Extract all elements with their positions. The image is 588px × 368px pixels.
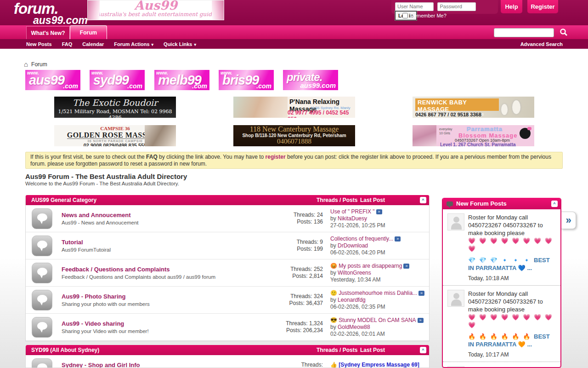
nav-new-posts[interactable]: New Posts (26, 41, 52, 47)
remember-me-checkbox[interactable] (402, 13, 408, 18)
forum-description: Sharing your photo with our members (62, 301, 276, 307)
last-post-title-link[interactable]: Stunny MODEL On CAM SANA (339, 317, 416, 323)
logo-name: bris99 (222, 73, 259, 88)
new-forum-posts-widget: New Forum Posts ^ Roster for Monday call… (442, 198, 561, 368)
breadcrumb-forum[interactable]: Forum (31, 61, 47, 68)
ad-exotic-boudoir[interactable]: The Exotic Boudoir 1/521 Military Road, … (54, 97, 176, 118)
goto-last-post-icon[interactable] (418, 291, 424, 296)
column-threads-posts: Threads / Posts (317, 197, 360, 203)
remember-me[interactable]: Remember Me? (402, 13, 447, 18)
ad-title: The Exotic Boudoir (54, 97, 176, 109)
threads-count: Threads: 9 (276, 239, 323, 246)
register-link[interactable]: register (266, 154, 286, 160)
last-post-title-link[interactable]: Use of " PREFIX " (330, 208, 375, 215)
ad-golden-rose-massage[interactable]: CAMPSIE 36 GOLDEN ROSE MASSAGE 36 NORTH … (54, 125, 176, 146)
ad-118-canterbury-massage[interactable]: 118 New Canterbury Massage Shop B/118-12… (233, 125, 355, 146)
faq-link[interactable]: FAQ (146, 154, 158, 160)
avatar[interactable] (447, 366, 464, 368)
threads-count: Threads: 252 (276, 266, 323, 273)
last-post-date: 02-02-2026, 02:01 AM (330, 331, 426, 338)
collapse-category-button[interactable]: ^ (420, 347, 426, 353)
nav-forum-actions-menu[interactable]: Forum Actions (114, 41, 153, 47)
last-post-user-link[interactable]: WiltonGreens (338, 270, 371, 276)
nav-quick-links-menu[interactable]: Quick Links (164, 41, 196, 47)
username-input[interactable] (395, 2, 434, 11)
forum-title-link[interactable]: Sydney - Shop and Girl Info (62, 362, 276, 368)
forum-title-link[interactable]: Feedback / Questions and Complaints (62, 266, 276, 273)
last-post-cell: 🙂 Justsomehourhoe miss Dahlia... by Leon… (330, 290, 429, 310)
nav-faq[interactable]: FAQ (62, 41, 73, 47)
register-button[interactable]: Register (527, 0, 558, 13)
last-post-title-link[interactable]: Justsomehourhoe miss Dahlia... (339, 290, 417, 296)
by-label: by (330, 242, 338, 249)
forum-title-link[interactable]: Aus99 - Video sharing (62, 320, 276, 327)
last-post-user-link[interactable]: GoldMeow88 (338, 324, 370, 330)
forum-speech-bubble-icon (32, 208, 52, 229)
last-post-title-link[interactable]: Collections of frequently... (330, 236, 393, 242)
goto-last-post-icon[interactable] (418, 318, 424, 323)
ad-pnana-massage[interactable]: P'Nana Relaxing Massage 11/36 Sydney Rd.… (233, 97, 355, 118)
collapse-category-button[interactable]: ^ (420, 197, 426, 203)
nav-calendar[interactable]: Calendar (82, 41, 104, 47)
forum-stats: Threads: 324 Posts: 36,437 (276, 293, 330, 307)
tab-whats-new[interactable]: What's New? (26, 26, 70, 39)
home-icon[interactable]: ⌂ (24, 60, 28, 68)
tail-emoji: 💙 ... (516, 264, 532, 271)
last-post-cell: 😡 My posts are disappearng by WiltonGree… (330, 263, 429, 283)
ad-renwick-massage[interactable]: RENWICK BABY MASSAGE RENWICK ST LEICHHAR… (413, 97, 534, 118)
forum-row-news: News and Annoucement Aus99 - News and An… (26, 205, 429, 232)
forum-row-feedback: Feedback / Questions and Complaints Feed… (26, 259, 429, 287)
sidebar-expand-button[interactable]: » (561, 212, 576, 229)
page-title: Aus99 Forum - The Best Australia Adult D… (25, 172, 187, 180)
avatar[interactable] (447, 290, 464, 307)
goto-last-post-icon[interactable] (395, 236, 401, 242)
logo-bris99[interactable]: www. bris99 .com (219, 70, 274, 90)
forum-speech-bubble-icon (32, 290, 52, 310)
logo-syd99[interactable]: www. syd99 .com (90, 70, 145, 90)
advanced-search-link[interactable]: Advanced Search (520, 41, 563, 47)
forum-title-link[interactable]: Aus99 - Photo Sharing (62, 293, 276, 300)
password-input[interactable] (437, 2, 476, 11)
collapse-widget-button[interactable]: ^ (551, 201, 558, 207)
last-post-title-link[interactable]: My posts are disappearng (339, 263, 402, 269)
ad-blossom-massage[interactable]: everyday 10 Girls Parramatta Blossom Mas… (413, 125, 534, 146)
category-header: SYD99 (All About Sydney) Threads / Posts… (26, 345, 429, 355)
search-button[interactable] (557, 27, 571, 38)
forum-title-link[interactable]: Tutorial (62, 239, 276, 246)
logo-tld: aus99.com (300, 81, 336, 89)
ad-address: 1/521 Military Road, MOSMAN Tel: 02 9968… (54, 109, 176, 118)
header-banner-ad[interactable]: Aus99 Australia's best adult entertainme… (87, 0, 224, 20)
logo-aus99[interactable]: www. aus99 .com (25, 70, 80, 90)
sidebar-post[interactable]: Roster for Monday call 0450723267 045073… (443, 362, 560, 368)
ad-photo (413, 125, 436, 146)
sidebar-post[interactable]: Roster for Monday call 0450723267 045073… (443, 286, 560, 362)
forum-stats: Threads: 9 Posts: 199 (276, 239, 330, 253)
avatar[interactable] (447, 213, 464, 230)
candle-decoration (501, 104, 508, 115)
last-post-title-link[interactable]: [Sydney Empress Massage 69] (339, 362, 419, 368)
tab-forum[interactable]: Forum (70, 25, 107, 39)
goto-last-post-icon[interactable] (376, 209, 382, 214)
thread-emoji-icon: 😡 (330, 263, 337, 269)
category-title[interactable]: SYD99 (All About Sydney) (31, 347, 317, 353)
by-label: by (330, 270, 338, 276)
forum-row-sydney-shop-girl: Sydney - Shop and Girl Info Talk about S… (26, 355, 429, 368)
sidebar-post[interactable]: Roster for Monday call 0450723267 045073… (443, 209, 560, 286)
search-input[interactable] (494, 28, 554, 37)
notice-text: If this is your first visit, be sure to … (30, 154, 146, 160)
ad-photo (233, 97, 288, 118)
category-title[interactable]: AUS99 General Category (31, 197, 317, 203)
forum-title-link[interactable]: News and Annoucement (62, 212, 276, 218)
last-post-user-link[interactable]: Leonardfdg (338, 297, 366, 303)
logo-melb99[interactable]: www. melb99 .com (154, 70, 209, 90)
post-text: Roster for Monday call 0450723267 045073… (468, 214, 543, 236)
help-button[interactable]: Help (501, 0, 522, 13)
site-logo[interactable]: forum. aus99.com (14, 1, 88, 26)
banner-brand: Aus99 (134, 0, 177, 12)
logo-private-aus99[interactable]: private. aus99.com (283, 70, 338, 90)
last-post-user-link[interactable]: DrDownload (338, 242, 368, 249)
forum-row-video-sharing: Aus99 - Video sharing Sharing your Video… (26, 314, 429, 341)
goto-last-post-icon[interactable] (403, 264, 409, 269)
forum-stats: Threads: 24 Posts: 136 (276, 212, 330, 225)
last-post-user-link[interactable]: NikitaDuesy (338, 215, 367, 222)
